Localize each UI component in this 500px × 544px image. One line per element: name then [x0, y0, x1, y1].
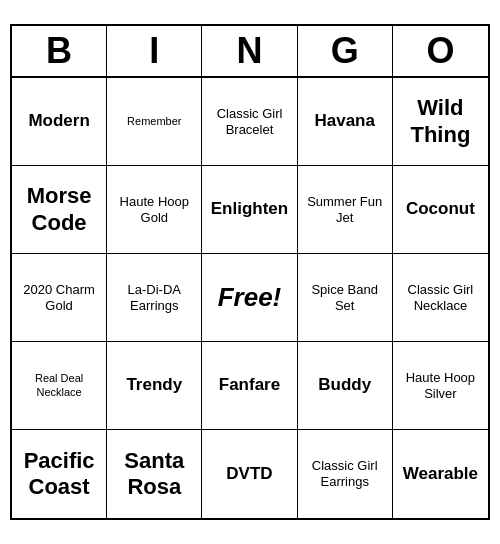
cell-text: Remember — [127, 115, 181, 128]
cell-r3-c0: Real Deal Necklace — [12, 342, 107, 430]
cell-text: Modern — [28, 111, 89, 131]
cell-r2-c2: Free! — [202, 254, 297, 342]
cell-r3-c3: Buddy — [298, 342, 393, 430]
cell-text: Summer Fun Jet — [302, 194, 388, 225]
cell-r0-c3: Havana — [298, 78, 393, 166]
cell-text: Haute Hoop Gold — [111, 194, 197, 225]
cell-r1-c3: Summer Fun Jet — [298, 166, 393, 254]
cell-text: Real Deal Necklace — [16, 372, 102, 398]
cell-text: DVTD — [226, 464, 272, 484]
cell-r1-c2: Enlighten — [202, 166, 297, 254]
cell-r3-c4: Haute Hoop Silver — [393, 342, 488, 430]
cell-text: Classic Girl Bracelet — [206, 106, 292, 137]
cell-r0-c1: Remember — [107, 78, 202, 166]
cell-r3-c2: Fanfare — [202, 342, 297, 430]
bingo-header: BINGO — [12, 26, 488, 78]
cell-text: Wild Thing — [397, 95, 484, 148]
cell-r4-c1: Santa Rosa — [107, 430, 202, 518]
cell-r4-c0: Pacific Coast — [12, 430, 107, 518]
cell-text: Morse Code — [16, 183, 102, 236]
cell-r2-c3: Spice Band Set — [298, 254, 393, 342]
header-letter: O — [393, 26, 488, 76]
header-letter: I — [107, 26, 202, 76]
cell-text: Enlighten — [211, 199, 288, 219]
cell-text: La-Di-DA Earrings — [111, 282, 197, 313]
cell-text: Buddy — [318, 375, 371, 395]
cell-text: 2020 Charm Gold — [16, 282, 102, 313]
bingo-grid: ModernRememberClassic Girl BraceletHavan… — [12, 78, 488, 518]
cell-text: Wearable — [403, 464, 478, 484]
cell-r0-c2: Classic Girl Bracelet — [202, 78, 297, 166]
cell-text: Havana — [314, 111, 374, 131]
cell-text: Pacific Coast — [16, 448, 102, 501]
cell-r2-c4: Classic Girl Necklace — [393, 254, 488, 342]
cell-r2-c1: La-Di-DA Earrings — [107, 254, 202, 342]
cell-text: Classic Girl Earrings — [302, 458, 388, 489]
cell-text: Coconut — [406, 199, 475, 219]
cell-text: Haute Hoop Silver — [397, 370, 484, 401]
cell-r4-c3: Classic Girl Earrings — [298, 430, 393, 518]
cell-r1-c0: Morse Code — [12, 166, 107, 254]
cell-text: Fanfare — [219, 375, 280, 395]
cell-r1-c1: Haute Hoop Gold — [107, 166, 202, 254]
cell-text: Spice Band Set — [302, 282, 388, 313]
cell-r4-c4: Wearable — [393, 430, 488, 518]
header-letter: B — [12, 26, 107, 76]
cell-text: Free! — [218, 282, 282, 313]
cell-r0-c4: Wild Thing — [393, 78, 488, 166]
cell-text: Classic Girl Necklace — [397, 282, 484, 313]
cell-r2-c0: 2020 Charm Gold — [12, 254, 107, 342]
cell-text: Santa Rosa — [111, 448, 197, 501]
header-letter: N — [202, 26, 297, 76]
cell-text: Trendy — [126, 375, 182, 395]
cell-r1-c4: Coconut — [393, 166, 488, 254]
cell-r0-c0: Modern — [12, 78, 107, 166]
header-letter: G — [298, 26, 393, 76]
bingo-card: BINGO ModernRememberClassic Girl Bracele… — [10, 24, 490, 520]
cell-r4-c2: DVTD — [202, 430, 297, 518]
cell-r3-c1: Trendy — [107, 342, 202, 430]
